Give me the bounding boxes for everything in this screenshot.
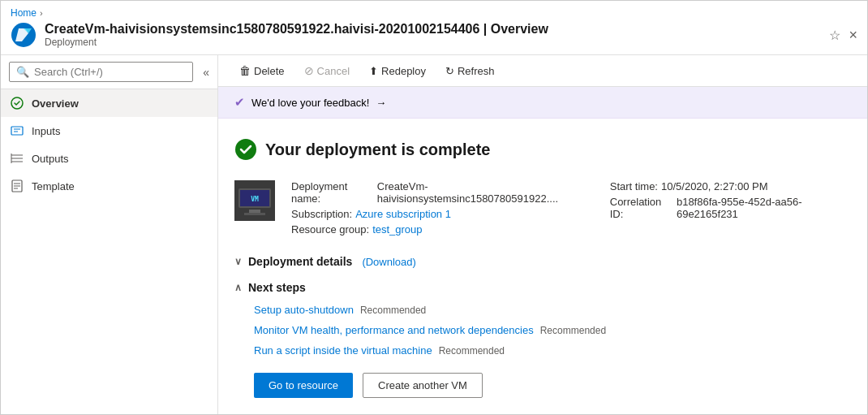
outputs-icon bbox=[11, 152, 24, 165]
deployment-name-row: Deployment name: CreateVm-haivisionsyste… bbox=[291, 180, 594, 205]
delete-icon: 🗑 bbox=[239, 64, 251, 77]
nav-item-outputs[interactable]: Outputs bbox=[1, 145, 217, 172]
cancel-icon: ⊘ bbox=[304, 64, 314, 77]
resource-group-row: Resource group: test_group bbox=[291, 223, 594, 236]
refresh-label: Refresh bbox=[458, 65, 495, 77]
nav-label-inputs: Inputs bbox=[32, 125, 60, 137]
pin-icon[interactable]: ☆ bbox=[829, 28, 840, 43]
resource-group-label: Resource group: bbox=[291, 223, 369, 236]
deployment-name-label: Deployment name: bbox=[291, 180, 374, 205]
nav-item-overview[interactable]: Overview bbox=[1, 89, 217, 117]
next-step-tag-0: Recommended bbox=[360, 305, 426, 316]
deployment-details-header[interactable]: ∨ Deployment details (Download) bbox=[234, 255, 851, 268]
deployment-details-chevron: ∨ bbox=[234, 256, 242, 267]
title-bar: Home › CreateVm-haivisionsystemsinc15807… bbox=[1, 1, 867, 55]
deployment-info: VM Deployment name: CreateVm-haivisionsy… bbox=[234, 180, 851, 236]
svg-rect-18 bbox=[244, 213, 265, 215]
correlation-row: Correlation ID: b18f86fa-955e-452d-aa56-… bbox=[610, 196, 851, 220]
deployment-details-section: ∨ Deployment details (Download) bbox=[234, 255, 851, 268]
nav-label-outputs: Outputs bbox=[32, 153, 69, 165]
feedback-icon: ✔ bbox=[234, 95, 245, 110]
deployment-thumbnail: VM bbox=[234, 180, 275, 221]
azure-deployment-icon bbox=[11, 22, 37, 48]
next-step-link-1[interactable]: Monitor VM health, performance and netwo… bbox=[254, 324, 534, 336]
next-step-tag-2: Recommended bbox=[439, 345, 505, 357]
correlation-value: b18f86fa-955e-452d-aa56-69e2165f231 bbox=[677, 196, 851, 220]
svg-point-13 bbox=[235, 139, 256, 160]
redeploy-label: Redeploy bbox=[381, 65, 426, 77]
create-another-button[interactable]: Create another VM bbox=[363, 373, 483, 398]
page-title: CreateVm-haivisionsystemsinc158078059192… bbox=[45, 22, 821, 37]
subscription-label: Subscription: bbox=[291, 208, 352, 220]
cancel-button[interactable]: ⊘ Cancel bbox=[296, 60, 358, 81]
search-input-wrap: 🔍 bbox=[9, 62, 193, 82]
overview-icon bbox=[11, 97, 24, 110]
next-steps-list: Setup auto-shutdown Recommended Monitor … bbox=[234, 304, 851, 357]
search-input[interactable] bbox=[34, 66, 186, 78]
nav-item-inputs[interactable]: Inputs bbox=[1, 117, 217, 145]
download-link[interactable]: (Download) bbox=[362, 256, 415, 268]
subscription-value[interactable]: Azure subscription 1 bbox=[355, 208, 451, 220]
next-steps-header[interactable]: ∧ Next steps bbox=[234, 281, 851, 294]
nav-label-template: Template bbox=[32, 180, 75, 192]
delete-button[interactable]: 🗑 Delete bbox=[231, 60, 293, 81]
nav-item-template[interactable]: Template bbox=[1, 172, 217, 200]
next-step-item-2: Run a script inside the virtual machine … bbox=[254, 344, 851, 357]
close-icon[interactable]: × bbox=[849, 27, 857, 44]
delete-label: Delete bbox=[254, 65, 285, 77]
main-layout: 🔍 « Overview bbox=[1, 55, 867, 414]
start-time-value: 10/5/2020, 2:27:00 PM bbox=[661, 180, 768, 192]
sidebar: 🔍 « Overview bbox=[1, 55, 218, 414]
deployment-success-header: Your deployment is complete bbox=[234, 138, 851, 161]
svg-rect-17 bbox=[249, 210, 260, 213]
breadcrumb[interactable]: Home bbox=[11, 7, 37, 19]
start-time-row: Start time: 10/5/2020, 2:27:00 PM bbox=[610, 180, 851, 192]
search-icon: 🔍 bbox=[16, 66, 29, 78]
deployment-name-value: CreateVm-haivisionsystemsinc158078059192… bbox=[377, 180, 594, 205]
redeploy-icon: ⬆ bbox=[369, 65, 378, 77]
deployment-details-left: Deployment name: CreateVm-haivisionsyste… bbox=[291, 180, 594, 236]
correlation-label: Correlation ID: bbox=[610, 196, 673, 220]
next-step-item-1: Monitor VM health, performance and netwo… bbox=[254, 324, 851, 336]
deployment-details-right: Start time: 10/5/2020, 2:27:00 PM Correl… bbox=[610, 180, 851, 236]
subscription-row: Subscription: Azure subscription 1 bbox=[291, 208, 594, 220]
deployment-details-label: Deployment details bbox=[248, 255, 352, 268]
deployment-title: Your deployment is complete bbox=[265, 140, 490, 159]
feedback-bar[interactable]: ✔ We'd love your feedback! → bbox=[218, 87, 867, 119]
feedback-arrow: → bbox=[376, 97, 386, 109]
breadcrumb-separator: › bbox=[40, 8, 43, 18]
redeploy-button[interactable]: ⬆ Redeploy bbox=[361, 61, 434, 81]
nav-items: Overview Inputs bbox=[1, 89, 217, 414]
go-to-resource-button[interactable]: Go to resource bbox=[254, 373, 353, 398]
next-steps-chevron: ∧ bbox=[234, 282, 242, 293]
svg-text:VM: VM bbox=[251, 196, 259, 203]
template-icon bbox=[11, 179, 24, 192]
next-steps-section: ∧ Next steps Setup auto-shutdown Recomme… bbox=[234, 281, 851, 398]
refresh-button[interactable]: ↻ Refresh bbox=[437, 61, 503, 81]
nav-label-overview: Overview bbox=[32, 97, 79, 110]
next-step-link-2[interactable]: Run a script inside the virtual machine bbox=[254, 344, 432, 357]
svg-rect-2 bbox=[11, 127, 23, 135]
success-icon bbox=[234, 138, 257, 161]
next-steps-label: Next steps bbox=[248, 281, 306, 294]
resource-group-value[interactable]: test_group bbox=[372, 223, 422, 236]
action-buttons: Go to resource Create another VM bbox=[234, 373, 851, 398]
content-area: 🗑 Delete ⊘ Cancel ⬆ Redeploy ↻ Refresh bbox=[218, 55, 867, 414]
next-step-tag-1: Recommended bbox=[540, 325, 606, 336]
next-step-item-0: Setup auto-shutdown Recommended bbox=[254, 304, 851, 316]
cancel-label: Cancel bbox=[317, 65, 350, 77]
content-body: Your deployment is complete VM bbox=[218, 119, 867, 414]
next-step-link-0[interactable]: Setup auto-shutdown bbox=[254, 304, 354, 316]
refresh-icon: ↻ bbox=[445, 65, 454, 77]
start-time-label: Start time: bbox=[610, 180, 658, 192]
search-area: 🔍 « bbox=[1, 55, 217, 89]
title-text-block: CreateVm-haivisionsystemsinc158078059192… bbox=[45, 22, 821, 48]
collapse-button[interactable]: « bbox=[203, 66, 209, 79]
inputs-icon bbox=[11, 124, 24, 137]
main-window: Home › CreateVm-haivisionsystemsinc15807… bbox=[0, 0, 868, 415]
toolbar: 🗑 Delete ⊘ Cancel ⬆ Redeploy ↻ Refresh bbox=[218, 55, 867, 87]
feedback-text: We'd love your feedback! bbox=[251, 97, 369, 109]
page-subtitle: Deployment bbox=[45, 37, 821, 48]
